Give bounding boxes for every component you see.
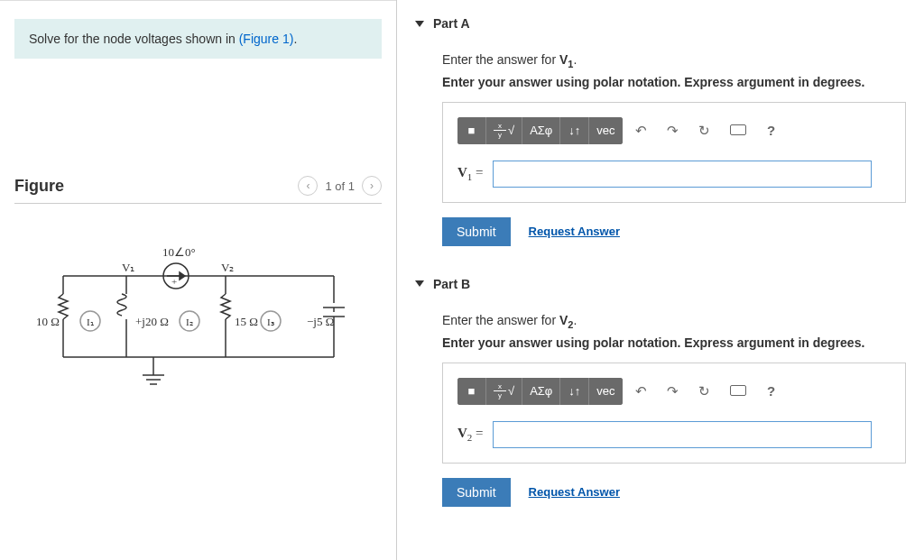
part-a-prompt1: Enter the answer for V1. (442, 52, 906, 69)
equation-toolbar: ■ xy√ ΑΣφ ↓↑ vec ↶ ↷ ↻ ? (457, 378, 891, 405)
redo-button[interactable]: ↷ (660, 378, 686, 405)
svg-text:+j20 Ω: +j20 Ω (135, 315, 169, 328)
figure-link[interactable]: (Figure 1) (239, 32, 294, 46)
redo-button[interactable]: ↷ (660, 117, 686, 144)
figure-nav: ‹ 1 of 1 › (298, 176, 382, 196)
instruction-box: Solve for the node voltages shown in (Fi… (14, 19, 382, 59)
fraction-button[interactable]: xy√ (486, 117, 522, 144)
svg-text:I₂: I₂ (186, 317, 193, 327)
part-a-submit-button[interactable]: Submit (442, 217, 511, 246)
help-button[interactable]: ? (759, 117, 784, 143)
greek-button[interactable]: ΑΣφ (522, 378, 560, 405)
fraction-button[interactable]: xy√ (486, 378, 522, 405)
svg-text:15 Ω: 15 Ω (235, 315, 258, 328)
templates-button[interactable]: ■ (457, 117, 486, 144)
part-b-answer-box: ■ xy√ ΑΣφ ↓↑ vec ↶ ↷ ↻ ? V2 = (442, 363, 906, 464)
undo-button[interactable]: ↶ (628, 378, 654, 405)
keyboard-button[interactable] (723, 378, 753, 404)
part-b-prompt2: Enter your answer using polar notation. … (442, 335, 906, 350)
part-a-prompt2: Enter your answer using polar notation. … (442, 75, 906, 89)
part-a: Part A Enter the answer for V1. Enter yo… (415, 9, 906, 255)
help-button[interactable]: ? (759, 378, 784, 404)
part-a-answer-input[interactable] (493, 161, 872, 188)
svg-text:I₃: I₃ (267, 317, 274, 327)
collapse-icon[interactable] (415, 21, 424, 27)
collapse-icon[interactable] (415, 280, 424, 287)
keyboard-icon (730, 385, 746, 396)
templates-button[interactable]: ■ (457, 378, 486, 405)
keyboard-icon (730, 124, 746, 135)
keyboard-button[interactable] (723, 117, 753, 143)
part-a-var-label: V1 = (457, 165, 484, 182)
svg-marker-15 (180, 272, 185, 280)
svg-text:V₁: V₁ (122, 261, 134, 274)
subscript-button[interactable]: ↓↑ (560, 117, 589, 144)
part-b-answer-input[interactable] (493, 421, 872, 448)
part-b-var-label: V2 = (457, 426, 484, 443)
part-b: Part B Enter the answer for V2. Enter yo… (415, 270, 906, 516)
part-b-title: Part B (433, 277, 470, 291)
part-a-title: Part A (433, 16, 470, 31)
vec-button[interactable]: vec (589, 117, 622, 144)
reset-button[interactable]: ↻ (691, 117, 717, 144)
svg-text:10 Ω: 10 Ω (36, 315, 60, 328)
svg-text:10∠0°: 10∠0° (162, 245, 196, 259)
circuit-diagram: 10∠0° V₁ V₂ + 10 Ω I₁ +j20 Ω I₂ 15 Ω I₃ … (14, 240, 382, 402)
figure-prev-button[interactable]: ‹ (298, 176, 318, 196)
part-b-submit-button[interactable]: Submit (442, 478, 511, 507)
subscript-button[interactable]: ↓↑ (560, 378, 589, 405)
reset-button[interactable]: ↻ (691, 378, 717, 405)
vec-button[interactable]: vec (589, 378, 622, 405)
instruction-text: Solve for the node voltages shown in (29, 32, 239, 46)
svg-text:−j5 Ω: −j5 Ω (307, 315, 334, 328)
part-b-request-answer-link[interactable]: Request Answer (529, 485, 620, 499)
figure-next-button[interactable]: › (362, 176, 382, 196)
part-a-request-answer-link[interactable]: Request Answer (529, 225, 620, 238)
part-b-prompt1: Enter the answer for V2. (442, 313, 906, 330)
svg-text:+: + (171, 276, 177, 287)
svg-text:V₂: V₂ (221, 261, 234, 274)
undo-button[interactable]: ↶ (628, 117, 654, 144)
part-a-answer-box: ■ xy√ ΑΣφ ↓↑ vec ↶ ↷ ↻ ? V1 = (442, 102, 906, 203)
figure-nav-text: 1 of 1 (325, 179, 355, 193)
svg-text:I₁: I₁ (87, 317, 94, 327)
figure-title: Figure (14, 177, 64, 196)
equation-toolbar: ■ xy√ ΑΣφ ↓↑ vec ↶ ↷ ↻ ? (457, 117, 891, 144)
greek-button[interactable]: ΑΣφ (522, 117, 560, 144)
